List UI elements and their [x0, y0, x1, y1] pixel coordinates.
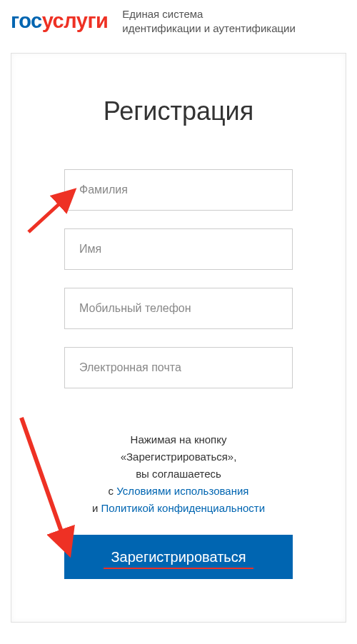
subtitle-line1: Единая система — [122, 7, 296, 21]
logo-part-uslugi: услуги — [42, 9, 109, 33]
surname-input[interactable] — [64, 169, 293, 211]
subtitle-line2: идентификации и аутентификации — [122, 21, 296, 36]
header-subtitle: Единая система идентификации и аутентифи… — [122, 7, 296, 35]
logo: госуслуги — [11, 9, 108, 33]
terms-line4: с Условиями использования — [64, 483, 293, 500]
page-title: Регистрация — [64, 96, 293, 126]
privacy-policy-link[interactable]: Политикой конфиденциальности — [101, 502, 266, 514]
registration-card: Регистрация Нажимая на кнопку «Зарегистр… — [11, 53, 346, 623]
register-button[interactable]: Зарегистрироваться — [64, 535, 293, 579]
register-button-underline — [104, 568, 253, 569]
email-input[interactable] — [64, 347, 293, 388]
terms-of-use-link[interactable]: Условиями использования — [116, 485, 248, 497]
name-input[interactable] — [64, 228, 293, 270]
terms-line3: вы соглашаетесь — [64, 466, 293, 483]
phone-input[interactable] — [64, 288, 293, 329]
logo-part-gos: гос — [11, 9, 42, 33]
terms-line1: Нажимая на кнопку — [64, 431, 293, 448]
terms-text: Нажимая на кнопку «Зарегистрироваться», … — [64, 431, 293, 517]
register-button-label: Зарегистрироваться — [111, 549, 246, 565]
terms-line5: и Политикой конфиденциальности — [64, 500, 293, 517]
terms-line2: «Зарегистрироваться», — [64, 448, 293, 466]
header: госуслуги Единая система идентификации и… — [0, 0, 357, 46]
